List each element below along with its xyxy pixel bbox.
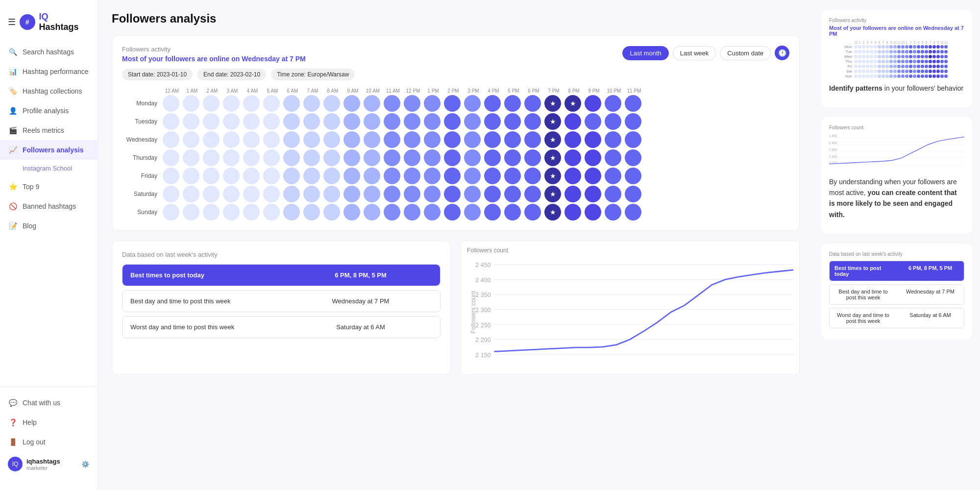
sidebar-item-followers-analysis[interactable]: 📈 Followers analysis (0, 140, 98, 160)
heatmap-cell-3-7 (303, 149, 320, 166)
logout-icon: 🚪 (8, 437, 18, 447)
mini-followers-activity-label: Followers activity (829, 18, 964, 23)
heatmap-cell-2-4 (243, 131, 260, 148)
sidebar-item-logout[interactable]: 🚪 Log out (0, 432, 98, 452)
sidebar-item-banned-hashtags[interactable]: 🚫 Banned hashtags (0, 196, 98, 216)
heatmap-cell-0-8 (323, 95, 340, 112)
sidebar-item-reels-metrics[interactable]: 🎬 Reels metrics (0, 121, 98, 140)
hamburger-icon[interactable]: ☰ (8, 17, 16, 27)
heatmap-cell-1-14 (444, 113, 461, 130)
heatmap-cell-2-7 (303, 131, 320, 148)
heatmap-cell-6-6 (283, 204, 300, 220)
heatmap-cell-5-21 (585, 186, 601, 202)
heatmap-cell-4-11 (384, 168, 400, 184)
sidebar-item-label: Followers analysis (23, 146, 84, 154)
sidebar-item-instagram-school[interactable]: Instagram School (0, 160, 98, 177)
promo-heading-strong: Identify patterns (829, 84, 882, 92)
heatmap-cell-1-13 (424, 113, 441, 130)
mini-data-row-1: Best day and time to post this week Wedn… (829, 284, 964, 305)
sidebar-footer: 💬 Chat with us ❓ Help 🚪 Log out IQ iqhas… (0, 387, 98, 482)
heatmap-cell-5-22 (605, 186, 621, 202)
main-content: Followers analysis Followers activity Mo… (98, 0, 813, 490)
sidebar-item-help[interactable]: ❓ Help (0, 413, 98, 432)
heatmap-cell-5-6 (283, 186, 300, 202)
svg-text:2 200: 2 200 (475, 337, 490, 343)
svg-text:2 450: 2 450 (829, 134, 837, 138)
sidebar-item-blog[interactable]: 📝 Blog (0, 216, 98, 236)
heatmap-cell-0-21 (585, 95, 601, 112)
avatar: IQ (8, 457, 23, 471)
mini-data-row-0: Best times to post today 6 PM, 8 PM, 5 P… (829, 261, 964, 281)
sidebar-item-label: Banned hashtags (23, 202, 76, 210)
chart-icon: 📊 (8, 67, 18, 76)
heatmap-cell-4-18 (524, 168, 541, 184)
heatmap-cell-0-13 (424, 95, 441, 112)
heatmap-cell-0-9 (343, 95, 360, 112)
heatmap-cell-6-12 (404, 204, 420, 220)
heatmap-cell-5-1 (183, 186, 199, 202)
heatmap-cell-2-16 (484, 131, 501, 148)
last-week-button[interactable]: Last week (673, 46, 716, 60)
heatmap-cell-4-12 (404, 168, 420, 184)
heatmap-cell-3-1 (183, 149, 199, 166)
last-month-button[interactable]: Last month (622, 46, 668, 60)
custom-date-button[interactable]: Custom date (720, 46, 771, 60)
svg-text:2 250: 2 250 (475, 322, 490, 329)
blog-icon: 📝 (8, 221, 18, 231)
heatmap-cell-4-19: ★ (544, 168, 561, 184)
heatmap-cell-3-15 (464, 149, 481, 166)
sidebar-item-hashtag-collections[interactable]: 🏷️ Hashtag collections (0, 81, 98, 101)
heatmap-cell-2-14 (444, 131, 461, 148)
heatmap-cell-2-17 (504, 131, 521, 148)
svg-text:2 450: 2 450 (475, 262, 490, 269)
banned-icon: 🚫 (8, 201, 18, 211)
heatmap-cell-2-5 (263, 131, 280, 148)
user-role: marketer (26, 465, 60, 471)
sidebar-item-chat[interactable]: 💬 Chat with us (0, 393, 98, 413)
heatmap-cell-4-13 (424, 168, 441, 184)
heatmap-cell-0-19: ★ (544, 95, 561, 112)
heatmap-cell-3-16 (484, 149, 501, 166)
heatmap-cell-2-1 (183, 131, 199, 148)
sidebar-item-label: Search hashtags (23, 48, 74, 56)
sidebar-item-top9[interactable]: ⭐ Top 9 (0, 177, 98, 196)
clock-icon-button[interactable]: 🕐 (775, 46, 789, 60)
heatmap-cell-0-11 (384, 95, 400, 112)
heatmap-cell-1-16 (484, 113, 501, 130)
promo-chart-section: Followers count 2 450 2 400 2 350 2 300 … (821, 117, 972, 234)
heatmap-cell-6-1 (183, 204, 199, 220)
heatmap-cell-3-0 (163, 149, 179, 166)
heatmap-cell-1-17 (504, 113, 521, 130)
heatmap-cell-4-2 (203, 168, 220, 184)
heatmap-cell-0-20: ★ (564, 95, 581, 112)
sidebar-item-search[interactable]: 🔍 Search hashtags (0, 42, 98, 62)
best-day-week-label: Best day and time to post this week (122, 291, 281, 312)
mini-best-day-label: Best day and time to post this week (830, 285, 897, 304)
best-times-today-value: 6 PM, 8 PM, 5 PM (281, 265, 440, 286)
logo-icon: # (20, 14, 35, 30)
sidebar: ☰ # IQ Hashtags 🔍 Search hashtags 📊 Hash… (0, 0, 98, 490)
mini-worst-day-label: Worst day and time to post this week (830, 308, 897, 328)
heatmap-cell-1-6 (283, 113, 300, 130)
sidebar-item-label: Top 9 (23, 183, 39, 191)
sidebar-item-label: Instagram School (23, 165, 72, 172)
mini-data-row-2: Worst day and time to post this week Sat… (829, 308, 964, 328)
sidebar-item-profile-analysis[interactable]: 👤 Profile analysis (0, 101, 98, 121)
heatmap-cell-6-18 (524, 204, 541, 220)
sidebar-item-hashtag-performance[interactable]: 📊 Hashtag performance (0, 62, 98, 81)
heatmap-cell-5-10 (364, 186, 380, 202)
svg-text:Followers count: Followers count (470, 291, 477, 334)
heatmap-cell-2-11 (384, 131, 400, 148)
heatmap-cell-5-14 (444, 186, 461, 202)
heatmap-cell-4-0 (163, 168, 179, 184)
mini-best-times-label: Best times to post today (830, 261, 897, 281)
settings-button[interactable]: ⚙️ (81, 461, 90, 468)
heatmap-cell-5-20 (564, 186, 581, 202)
heatmap-cell-6-2 (203, 204, 220, 220)
svg-text:2 400: 2 400 (829, 141, 837, 145)
heatmap-cell-6-17 (504, 204, 521, 220)
heatmap-cell-3-12 (404, 149, 420, 166)
heatmap-cell-4-7 (303, 168, 320, 184)
heatmap-cell-0-18 (524, 95, 541, 112)
heatmap-cell-5-13 (424, 186, 441, 202)
